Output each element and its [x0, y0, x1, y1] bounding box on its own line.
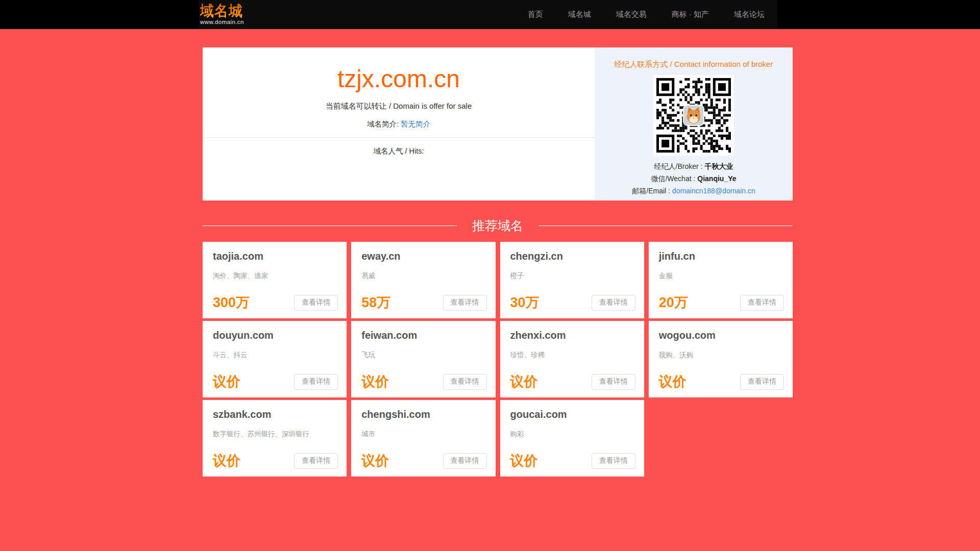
card-footer: 议价 查看详情 — [510, 372, 635, 391]
card-price: 议价 — [659, 372, 687, 391]
card-footer: 300万 查看详情 — [213, 293, 338, 312]
domain-intro-label: 域名简介: — [367, 120, 401, 128]
view-details-button[interactable]: 查看详情 — [294, 374, 338, 390]
card-domain-name[interactable]: goucai.com — [510, 409, 634, 420]
card-domain-name[interactable]: taojia.com — [213, 251, 336, 262]
card-price: 议价 — [361, 372, 389, 391]
top-navigation-inner: 域名城 www.domain.cn 首页 域名城 域名交易 商标 · 知产 域名… — [199, 0, 777, 29]
card-domain-name[interactable]: feiwan.com — [361, 330, 485, 341]
card-footer: 议价 查看详情 — [213, 452, 338, 470]
card-footer: 58万 查看详情 — [361, 293, 486, 312]
view-details-button[interactable]: 查看详情 — [294, 295, 338, 311]
site-logo-text: 域名城 — [200, 4, 244, 18]
card-domain-name[interactable]: szbank.com — [213, 409, 336, 420]
page-container: tzjx.com.cn 当前域名可以转让 / Domain is offer f… — [203, 47, 793, 477]
broker-heading: 经纪人联系方式 / Contact information of broker — [595, 60, 793, 69]
card-domain-desc: 易威 — [361, 271, 485, 281]
nav-item-domain-trade[interactable]: 域名交易 — [616, 10, 647, 19]
broker-email-line: 邮箱/Email : domaincn188@domain.cn — [595, 185, 793, 197]
card-domain-desc: 斗云、抖云 — [213, 350, 336, 360]
broker-email-label: 邮箱/Email : — [632, 187, 672, 195]
broker-name-value: 千秋大业 — [704, 162, 733, 170]
domain-card: chengshi.com 城市 议价 查看详情 — [351, 400, 495, 477]
domain-card: wogou.com 我购、沃购 议价 查看详情 — [649, 321, 793, 397]
domain-listing-card: tzjx.com.cn 当前域名可以转让 / Domain is offer f… — [203, 47, 793, 201]
card-domain-desc: 金服 — [659, 271, 782, 281]
card-footer: 议价 查看详情 — [361, 372, 486, 391]
broker-wechat-value: Qianqiu_Ye — [697, 174, 736, 183]
card-footer: 议价 查看详情 — [659, 372, 784, 391]
card-domain-desc: 珍惜、珍稀 — [510, 350, 634, 360]
domain-intro-line: 域名简介: 暂无简介 — [203, 119, 595, 129]
view-details-button[interactable]: 查看详情 — [740, 374, 784, 390]
view-details-button[interactable]: 查看详情 — [443, 374, 487, 390]
domain-status-text: 当前域名可以转让 / Domain is offer for sale — [203, 102, 595, 111]
recommend-grid: taojia.com 淘价、陶家、逃家 300万 查看详情 eway.cn 易威… — [203, 242, 793, 477]
card-footer: 20万 查看详情 — [659, 293, 784, 312]
broker-wechat-label: 微信/Wechat : — [651, 174, 697, 183]
domain-info-panel: tzjx.com.cn 当前域名可以转让 / Domain is offer f… — [203, 47, 595, 201]
view-details-button[interactable]: 查看详情 — [592, 295, 635, 311]
card-domain-name[interactable]: wogou.com — [659, 330, 782, 341]
card-price: 300万 — [213, 293, 250, 312]
domain-hits-label: 域名人气 / Hits: — [203, 146, 595, 156]
main-nav: 首页 域名城 域名交易 商标 · 知产 域名论坛 — [528, 10, 765, 19]
nav-item-domain-city[interactable]: 域名城 — [568, 10, 591, 19]
card-domain-desc: 飞玩 — [361, 350, 485, 360]
broker-email-link[interactable]: domaincn188@domain.cn — [672, 187, 755, 195]
domain-card: eway.cn 易威 58万 查看详情 — [351, 242, 495, 318]
divider — [203, 137, 595, 138]
card-price: 20万 — [659, 293, 688, 312]
card-domain-desc: 我购、沃购 — [659, 350, 782, 360]
top-navigation-bar: 域名城 www.domain.cn 首页 域名城 域名交易 商标 · 知产 域名… — [0, 0, 980, 29]
card-domain-desc: 购彩 — [510, 430, 634, 439]
broker-name-label: 经纪人/Broker : — [654, 162, 705, 170]
card-footer: 议价 查看详情 — [213, 372, 338, 391]
card-price: 议价 — [510, 452, 538, 470]
domain-intro-link[interactable]: 暂无简介 — [401, 120, 430, 128]
domain-card: jinfu.cn 金服 20万 查看详情 — [649, 242, 793, 318]
card-domain-desc: 橙子 — [510, 271, 634, 281]
nav-item-home[interactable]: 首页 — [528, 10, 543, 19]
card-domain-name[interactable]: jinfu.cn — [659, 251, 782, 262]
domain-card: goucai.com 购彩 议价 查看详情 — [500, 400, 644, 477]
view-details-button[interactable]: 查看详情 — [592, 374, 635, 390]
domain-card: szbank.com 数字银行、苏州银行、深圳银行 议价 查看详情 — [203, 400, 347, 477]
nav-item-trademark-ip[interactable]: 商标 · 知产 — [672, 10, 709, 19]
card-domain-desc: 数字银行、苏州银行、深圳银行 — [213, 430, 336, 439]
site-logo-url: www.domain.cn — [200, 19, 244, 26]
broker-wechat-line: 微信/Wechat : Qianqiu_Ye — [595, 172, 793, 185]
view-details-button[interactable]: 查看详情 — [443, 295, 487, 311]
site-logo[interactable]: 域名城 www.domain.cn — [200, 4, 244, 26]
nav-item-domain-forum[interactable]: 域名论坛 — [734, 10, 765, 19]
card-price: 议价 — [213, 372, 240, 391]
domain-card: taojia.com 淘价、陶家、逃家 300万 查看详情 — [203, 242, 347, 318]
card-price: 议价 — [213, 452, 240, 470]
card-domain-name[interactable]: chengshi.com — [361, 409, 485, 420]
page-title: tzjx.com.cn — [203, 64, 595, 94]
card-domain-name[interactable]: douyun.com — [213, 330, 336, 341]
card-domain-desc: 城市 — [361, 430, 485, 439]
domain-card: feiwan.com 飞玩 议价 查看详情 — [351, 321, 495, 397]
divider — [538, 226, 793, 226]
view-details-button[interactable]: 查看详情 — [740, 295, 784, 311]
card-domain-name[interactable]: zhenxi.com — [510, 330, 634, 341]
card-domain-name[interactable]: chengzi.cn — [510, 251, 634, 262]
view-details-button[interactable]: 查看详情 — [443, 453, 487, 469]
card-price: 58万 — [361, 293, 390, 312]
card-domain-desc: 淘价、陶家、逃家 — [213, 271, 336, 281]
broker-name-line: 经纪人/Broker : 千秋大业 — [595, 160, 793, 172]
view-details-button[interactable]: 查看详情 — [294, 453, 338, 469]
card-domain-name[interactable]: eway.cn — [361, 251, 485, 262]
cat-avatar — [684, 106, 703, 125]
broker-sidebar: 经纪人联系方式 / Contact information of broker — [595, 47, 793, 201]
domain-card: douyun.com 斗云、抖云 议价 查看详情 — [203, 321, 347, 397]
card-footer: 议价 查看详情 — [510, 452, 635, 470]
card-footer: 议价 查看详情 — [361, 452, 486, 470]
card-price: 议价 — [510, 372, 538, 391]
card-footer: 30万 查看详情 — [510, 293, 635, 312]
recommend-section-title: 推荐域名 — [472, 217, 523, 234]
view-details-button[interactable]: 查看详情 — [592, 453, 635, 469]
wechat-qr-code — [653, 75, 734, 156]
divider — [203, 226, 457, 226]
